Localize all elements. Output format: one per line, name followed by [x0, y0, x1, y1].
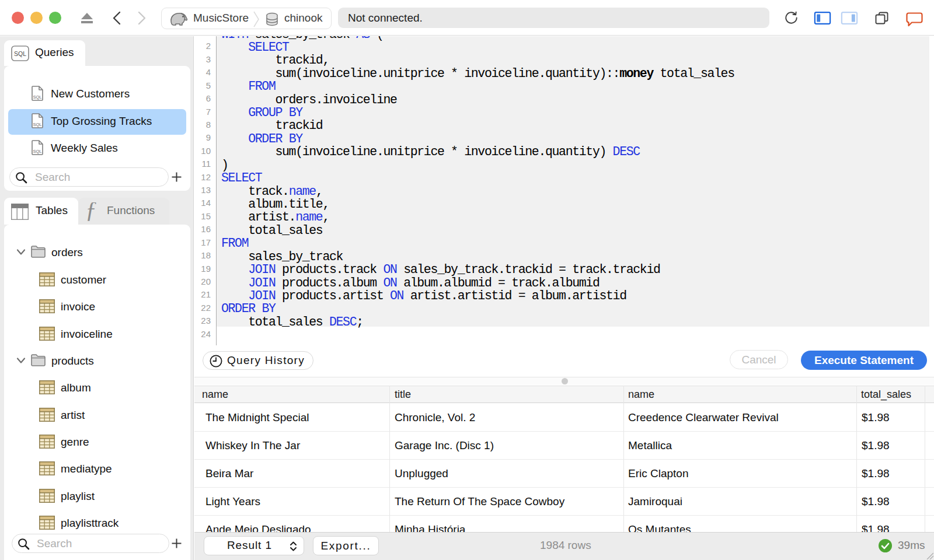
svg-text:SQL: SQL — [14, 50, 26, 57]
svg-text:ƒ: ƒ — [85, 202, 97, 221]
